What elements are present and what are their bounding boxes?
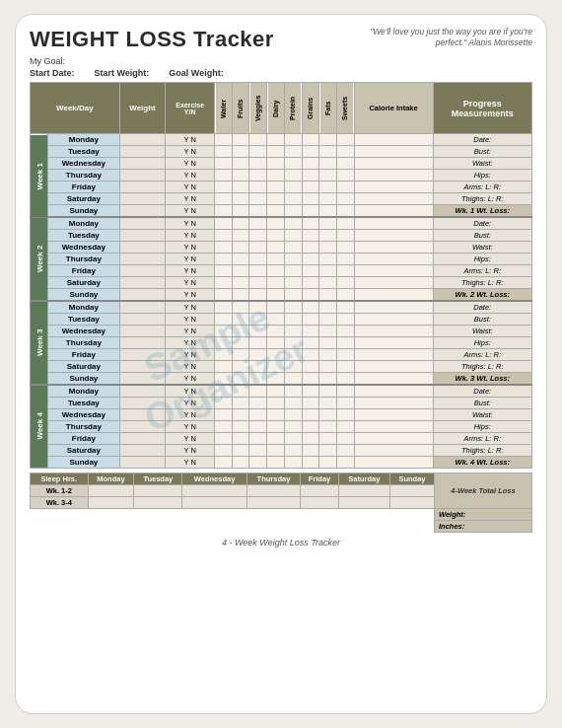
food-cell[interactable] (215, 277, 233, 289)
food-cell[interactable] (267, 182, 285, 193)
food-cell[interactable] (249, 242, 267, 254)
food-cell[interactable] (232, 134, 249, 146)
food-cell[interactable] (336, 265, 354, 277)
calorie-cell[interactable] (354, 337, 433, 349)
food-cell[interactable] (319, 314, 337, 326)
calorie-cell[interactable] (354, 158, 433, 170)
food-cell[interactable] (336, 421, 354, 433)
food-cell[interactable] (336, 361, 354, 373)
food-cell[interactable] (249, 433, 267, 445)
food-cell[interactable] (215, 326, 233, 337)
food-cell[interactable] (267, 230, 285, 242)
food-cell[interactable] (215, 170, 233, 182)
food-cell[interactable] (232, 205, 249, 218)
food-cell[interactable] (267, 385, 285, 398)
food-cell[interactable] (302, 217, 319, 230)
calorie-cell[interactable] (354, 373, 433, 386)
weight-cell[interactable] (119, 217, 165, 230)
food-cell[interactable] (267, 326, 285, 337)
weight-cell[interactable] (119, 433, 165, 445)
food-cell[interactable] (302, 301, 319, 314)
food-cell[interactable] (284, 445, 302, 457)
food-cell[interactable] (319, 289, 337, 302)
food-cell[interactable] (319, 409, 337, 421)
food-cell[interactable] (215, 242, 233, 254)
food-cell[interactable] (319, 230, 337, 242)
food-cell[interactable] (232, 337, 249, 349)
food-cell[interactable] (284, 326, 302, 337)
food-cell[interactable] (319, 457, 337, 469)
food-cell[interactable] (319, 158, 337, 170)
food-cell[interactable] (302, 349, 319, 361)
food-cell[interactable] (249, 301, 267, 314)
food-cell[interactable] (215, 230, 233, 242)
food-cell[interactable] (284, 277, 302, 289)
weight-cell[interactable] (119, 314, 165, 326)
food-cell[interactable] (267, 158, 285, 170)
food-cell[interactable] (284, 230, 302, 242)
weight-cell[interactable] (119, 337, 165, 349)
food-cell[interactable] (267, 398, 285, 409)
food-cell[interactable] (249, 146, 267, 158)
food-cell[interactable] (336, 134, 354, 146)
food-cell[interactable] (319, 385, 337, 398)
food-cell[interactable] (336, 146, 354, 158)
food-cell[interactable] (249, 265, 267, 277)
weight-cell[interactable] (119, 457, 165, 469)
food-cell[interactable] (319, 398, 337, 409)
food-cell[interactable] (215, 289, 233, 302)
food-cell[interactable] (267, 421, 285, 433)
weight-cell[interactable] (119, 409, 165, 421)
calorie-cell[interactable] (354, 134, 433, 146)
food-cell[interactable] (232, 217, 249, 230)
food-cell[interactable] (336, 398, 354, 409)
food-cell[interactable] (336, 217, 354, 230)
calorie-cell[interactable] (354, 205, 433, 218)
food-cell[interactable] (232, 433, 249, 445)
food-cell[interactable] (284, 421, 302, 433)
food-cell[interactable] (215, 182, 233, 193)
food-cell[interactable] (336, 205, 354, 218)
weight-cell[interactable] (119, 421, 165, 433)
food-cell[interactable] (319, 265, 337, 277)
calorie-cell[interactable] (354, 254, 433, 265)
weight-cell[interactable] (119, 254, 165, 265)
food-cell[interactable] (336, 289, 354, 302)
food-cell[interactable] (336, 301, 354, 314)
food-cell[interactable] (232, 170, 249, 182)
calorie-cell[interactable] (354, 361, 433, 373)
food-cell[interactable] (249, 326, 267, 337)
food-cell[interactable] (284, 398, 302, 409)
food-cell[interactable] (215, 433, 233, 445)
food-cell[interactable] (215, 409, 233, 421)
food-cell[interactable] (267, 349, 285, 361)
food-cell[interactable] (284, 193, 302, 205)
food-cell[interactable] (249, 337, 267, 349)
food-cell[interactable] (232, 385, 249, 398)
weight-cell[interactable] (119, 301, 165, 314)
food-cell[interactable] (249, 421, 267, 433)
food-cell[interactable] (249, 445, 267, 457)
food-cell[interactable] (215, 134, 233, 146)
food-cell[interactable] (284, 182, 302, 193)
food-cell[interactable] (215, 158, 233, 170)
calorie-cell[interactable] (354, 170, 433, 182)
food-cell[interactable] (215, 398, 233, 409)
food-cell[interactable] (249, 217, 267, 230)
food-cell[interactable] (319, 326, 337, 337)
food-cell[interactable] (215, 361, 233, 373)
food-cell[interactable] (232, 398, 249, 409)
food-cell[interactable] (232, 301, 249, 314)
food-cell[interactable] (215, 301, 233, 314)
food-cell[interactable] (319, 421, 337, 433)
food-cell[interactable] (215, 217, 233, 230)
weight-cell[interactable] (119, 373, 165, 386)
food-cell[interactable] (232, 265, 249, 277)
food-cell[interactable] (232, 242, 249, 254)
weight-cell[interactable] (119, 385, 165, 398)
food-cell[interactable] (232, 457, 249, 469)
food-cell[interactable] (249, 182, 267, 193)
food-cell[interactable] (267, 205, 285, 218)
food-cell[interactable] (249, 230, 267, 242)
food-cell[interactable] (267, 170, 285, 182)
